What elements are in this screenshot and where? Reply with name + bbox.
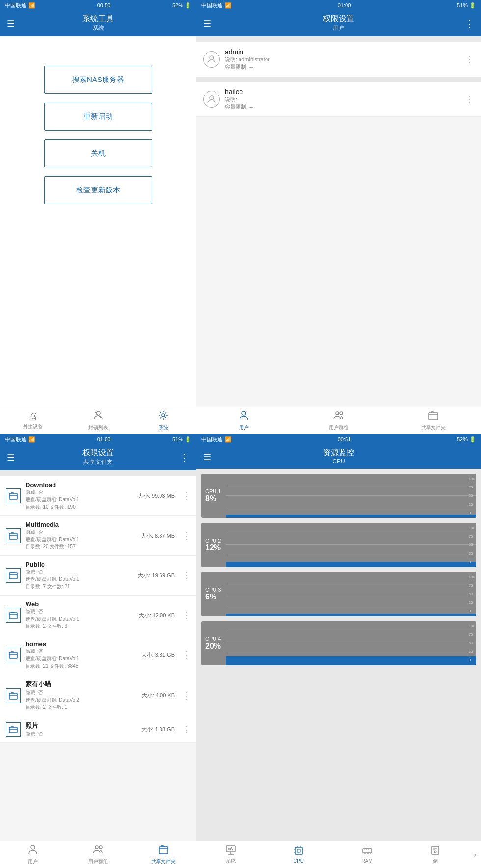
user-item-admin[interactable]: admin 说明: administrator 容量限制: -- ⋮ [196, 42, 481, 77]
carrier-2: 中国联通 [201, 2, 223, 9]
title-4: 资源监控 [196, 448, 481, 458]
share-icon-cat [6, 688, 21, 703]
tab-users-label: 用户 [239, 424, 249, 431]
tabbar-2: 用户 用户群组 共享文件夹 [196, 407, 481, 434]
tabbar-4: 系统 CPU RAM [196, 841, 481, 868]
share-size-multimedia: 大小: 8.87 MB [141, 532, 175, 540]
share-more-download[interactable]: ⋮ [182, 490, 190, 501]
share-item-cat[interactable]: 家有小喵 隐藏: 否 硬盘/硬盘群组: DataVol2 目录数: 2 文件数:… [0, 675, 196, 716]
cpu-bar-segment [405, 562, 417, 567]
share-more-public[interactable]: ⋮ [182, 570, 190, 581]
share-icon-web [6, 608, 21, 623]
share-more-multimedia[interactable]: ⋮ [182, 530, 190, 541]
tab-more-monitor[interactable]: › [469, 851, 481, 859]
user-name-hailee: hailee [225, 88, 460, 96]
tab-user-groups[interactable]: 用户群组 [291, 407, 386, 434]
share-name-photos: 照片 [26, 721, 136, 730]
svg-point-7 [340, 412, 343, 415]
user-item-hailee[interactable]: hailee 说明: 容量限制: -- ⋮ [196, 82, 481, 117]
share-icon-download [6, 488, 21, 503]
cpu-bar-segment [381, 614, 393, 617]
check-update-button[interactable]: 检查更新版本 [44, 176, 152, 204]
tab-user-groups-label-3: 用户群组 [88, 858, 108, 865]
cpu-bar-segment [358, 562, 369, 567]
cpu-bar-segment [227, 564, 238, 567]
share-item-public[interactable]: Public 隐藏: 否 硬盘/硬盘群组: DataVol1 目录数: 7 文件… [0, 556, 196, 596]
share-item-multimedia[interactable]: Multimedia 隐藏: 否 硬盘/硬盘群组: DataVol1 目录数: … [0, 516, 196, 556]
svg-rect-22 [297, 849, 300, 852]
share-more-homes[interactable]: ⋮ [182, 650, 190, 660]
cpu-bar-segment [453, 562, 464, 567]
share-meta-multimedia: 隐藏: 否 硬盘/硬盘群组: DataVol1 目录数: 20 文件数: 157 [26, 528, 136, 550]
wifi-icon: 📶 [28, 2, 35, 9]
subtitle-2: 用户 [196, 24, 481, 32]
cpu-bar-segment [429, 614, 440, 616]
cpu-bar-segment [334, 515, 345, 518]
cpu-bar-segment [274, 658, 286, 665]
share-item-photos[interactable]: 照片 隐藏: 否 大小: 1.08 GB ⋮ [0, 716, 196, 743]
cpu-bar-segment [358, 656, 369, 665]
svg-rect-8 [429, 413, 438, 420]
tab-system-label: 系统 [159, 424, 168, 431]
search-nas-button[interactable]: 搜索NAS服务器 [44, 66, 152, 94]
cpu4-num: CPU 4 [205, 636, 222, 642]
share-item-web[interactable]: Web 隐藏: 否 硬盘/硬盘群组: DataVol1 目录数: 2 文件数: … [0, 596, 196, 635]
svg-rect-10 [9, 533, 17, 539]
cpu-bar-segment [251, 656, 262, 665]
share-more-photos[interactable]: ⋮ [182, 724, 190, 735]
share-more-cat[interactable]: ⋮ [182, 690, 190, 701]
tab-users-3[interactable]: 用户 [0, 841, 65, 868]
tab-cpu-monitor[interactable]: CPU [265, 845, 333, 864]
cpu-bar-segment [227, 614, 238, 616]
share-item-download[interactable]: Download 隐藏: 否 硬盘/硬盘群组: DataVol1 目录数: 10… [0, 476, 196, 516]
cpu-bar-segment [334, 614, 345, 616]
cpu-bar-segment [322, 658, 333, 665]
time-4: 00:51 [338, 436, 351, 442]
tab-external-devices-label: 外接设备 [23, 423, 43, 430]
tab-shared-folders-2[interactable]: 共享文件夹 [386, 407, 481, 434]
cpu4-chart-wrapper: 1007550250 [226, 621, 476, 665]
cpu-bar-segment [370, 563, 381, 567]
tab-ram-monitor[interactable]: RAM [333, 845, 401, 864]
tab-blocklist[interactable]: 封锁列表 [65, 407, 131, 434]
svg-rect-23 [363, 849, 372, 853]
cpu2-label: CPU 2 12% [201, 535, 226, 555]
cpu1-y-axis: 100 75 50 25 0 [469, 474, 475, 518]
cpu-bar-segment [429, 563, 440, 567]
title-2: 权限设置 [196, 14, 481, 24]
status-right-4: 52% 🔋 [457, 436, 476, 443]
tab-users[interactable]: 用户 [196, 407, 291, 434]
share-item-homes[interactable]: homes 隐藏: 否 硬盘/硬盘群组: DataVol1 目录数: 21 文件… [0, 635, 196, 675]
share-more-web[interactable]: ⋮ [182, 610, 190, 621]
tab-storage-monitor[interactable]: 储 [401, 845, 469, 865]
cpu-bar-segment [274, 562, 286, 567]
tab-external-devices[interactable]: 🖨 外接设备 [0, 407, 65, 434]
battery-4: 52% [457, 436, 468, 442]
user-more-admin[interactable]: ⋮ [465, 54, 474, 65]
cpu4-bars [226, 621, 465, 665]
status-left-3: 中国联通 📶 [5, 436, 35, 443]
tab-system-monitor[interactable]: 系统 [196, 845, 265, 865]
cpu-bar-segment [322, 516, 333, 518]
tab-shared-folders-3[interactable]: 共享文件夹 [131, 841, 196, 868]
time-1: 00:50 [97, 2, 111, 8]
user-avatar-hailee [203, 91, 220, 108]
more-icon-2[interactable]: ⋮ [464, 18, 474, 29]
share-list-header [0, 470, 196, 476]
cpu-bar-segment [453, 614, 464, 616]
more-icon-3[interactable]: ⋮ [180, 452, 189, 463]
cpu-bar-segment [405, 516, 417, 518]
status-right-2: 51% 🔋 [457, 2, 476, 9]
shutdown-button[interactable]: 关机 [44, 139, 152, 167]
user-more-hailee[interactable]: ⋮ [465, 94, 474, 105]
user-desc1-hailee: 说明: [225, 96, 460, 103]
share-info-cat: 家有小喵 隐藏: 否 硬盘/硬盘群组: DataVol2 目录数: 2 文件数:… [26, 680, 137, 711]
reboot-button[interactable]: 重新启动 [44, 103, 152, 131]
users-icon-3 [27, 844, 38, 857]
tab-user-groups-3[interactable]: 用户群组 [65, 841, 131, 868]
tab-system[interactable]: 系统 [131, 407, 196, 434]
share-size-public: 大小: 19.69 GB [138, 572, 175, 579]
blocklist-icon [93, 410, 104, 423]
cpu1-chart-wrapper: 100 75 50 25 0 [226, 474, 476, 518]
cpu1-chart: CPU 1 8% 100 75 50 25 0 [201, 474, 476, 518]
